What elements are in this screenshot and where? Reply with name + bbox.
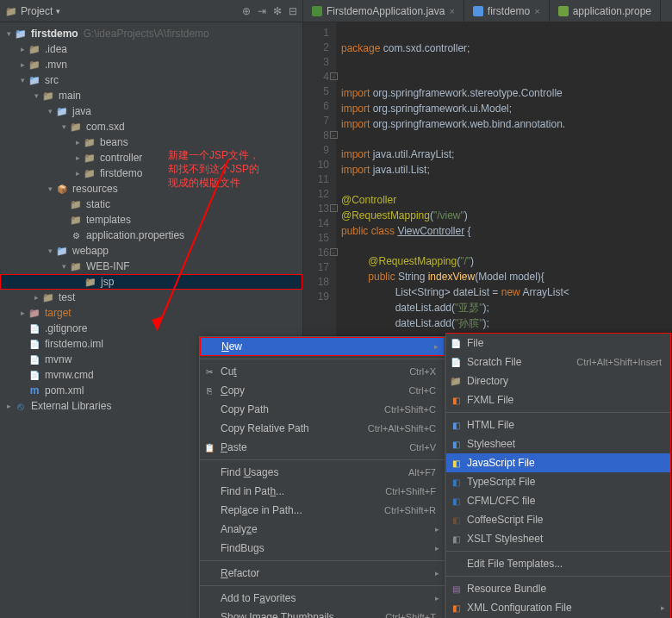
- markdown-icon: [473, 6, 483, 16]
- menu-resource-bundle[interactable]: ▤Resource Bundle: [446, 579, 670, 598]
- folder-icon: [69, 121, 83, 133]
- folder-icon: [55, 245, 69, 257]
- tree-item[interactable]: ▸📄.gitignore: [0, 321, 302, 336]
- tree-item[interactable]: ▾com.sxd: [0, 119, 302, 134]
- folder-icon: [41, 90, 55, 102]
- menu-html-file[interactable]: ◧HTML File: [446, 415, 670, 434]
- menu-typescript-file[interactable]: ◧TypeScript File: [446, 472, 670, 491]
- item-label: firstdemo.iml: [45, 338, 103, 350]
- folder-icon: [83, 136, 96, 148]
- copy-icon: ⎘: [203, 384, 215, 396]
- tree-item-jsp[interactable]: ▸jsp: [0, 274, 302, 290]
- folder-icon: [69, 260, 83, 272]
- close-icon[interactable]: ×: [449, 6, 454, 16]
- item-label: target: [45, 307, 72, 319]
- tree-item[interactable]: ▾java: [0, 103, 302, 119]
- tree-item[interactable]: ▸static: [0, 197, 302, 212]
- close-icon[interactable]: ×: [534, 6, 539, 16]
- gear-icon[interactable]: ✻: [273, 5, 282, 17]
- tree-item[interactable]: ▾📦resources: [0, 181, 302, 197]
- menu-scratch-file[interactable]: 📄Scratch FileCtrl+Alt+Shift+Insert: [446, 353, 670, 371]
- fold-icon[interactable]: -: [330, 248, 338, 256]
- fold-icon[interactable]: -: [330, 72, 338, 80]
- target-icon[interactable]: ⊕: [242, 5, 251, 17]
- menu-copy-relative-path[interactable]: Copy Relative PathCtrl+Alt+Shift+C: [200, 419, 445, 438]
- tree-item[interactable]: ▸firstdemo: [0, 165, 302, 181]
- tree-item[interactable]: ▸target: [0, 305, 302, 321]
- ts-icon: ◧: [450, 476, 462, 488]
- tree-item[interactable]: ▸.idea: [0, 41, 302, 57]
- tree-item[interactable]: ▸.mvn: [0, 57, 302, 72]
- tab-app-properties[interactable]: application.prope: [550, 0, 661, 22]
- editor-tabs: FirstdemoApplication.java× firstdemo× ap…: [303, 0, 672, 22]
- folder-icon: [28, 74, 41, 86]
- menu-find-in-path[interactable]: Find in Path...Ctrl+Shift+F: [200, 482, 445, 501]
- menu-xml-config[interactable]: ◧XML Configuration File▸: [446, 598, 670, 617]
- item-label: static: [86, 198, 110, 210]
- tree-item[interactable]: ▾main: [0, 88, 302, 103]
- menu-xslt-stylesheet[interactable]: ◧XSLT Stylesheet: [446, 529, 670, 548]
- file-icon: 📄: [450, 356, 462, 368]
- tab-label: FirstdemoApplication.java: [327, 5, 445, 17]
- menu-refactor[interactable]: Refactor▸: [200, 564, 445, 583]
- bundle-icon: ▤: [450, 583, 462, 595]
- menu-cut[interactable]: ✂CutCtrl+X: [200, 362, 445, 381]
- item-label: application.properties: [86, 229, 184, 241]
- item-label: resources: [72, 183, 118, 195]
- menu-coffeescript-file[interactable]: ◧CoffeeScript File: [446, 510, 670, 529]
- fold-icon[interactable]: -: [330, 131, 338, 139]
- menu-add-favorites[interactable]: Add to Favorites▸: [200, 589, 445, 608]
- menu-copy[interactable]: ⎘CopyCtrl+C: [200, 381, 445, 400]
- menu-paste[interactable]: 📋PasteCtrl+V: [200, 438, 445, 457]
- fold-icon[interactable]: -: [330, 204, 338, 212]
- folder-icon: [28, 43, 41, 55]
- item-label: External Libraries: [31, 400, 111, 412]
- tab-firstdemo-app[interactable]: FirstdemoApplication.java×: [303, 0, 464, 22]
- menu-find-usages[interactable]: Find UsagesAlt+F7: [200, 463, 445, 482]
- item-label: com.sxd: [86, 121, 125, 133]
- menu-javascript-file[interactable]: ◧JavaScript File: [446, 453, 670, 472]
- menu-directory[interactable]: Directory: [446, 371, 670, 390]
- item-label: controller: [100, 152, 142, 164]
- tab-label: application.prope: [573, 5, 651, 17]
- folder-icon: [84, 276, 97, 288]
- menu-fxml-file[interactable]: ◧FXML File: [446, 390, 670, 409]
- tree-item[interactable]: ▾webapp: [0, 243, 302, 259]
- tree-item[interactable]: ▸templates: [0, 212, 302, 228]
- tree-item[interactable]: ▸⚙application.properties: [0, 228, 302, 243]
- tab-label: firstdemo: [488, 5, 530, 17]
- folder-icon: [450, 375, 462, 387]
- menu-stylesheet[interactable]: ◧Stylesheet: [446, 434, 670, 453]
- folder-icon: [41, 291, 55, 303]
- tab-firstdemo-md[interactable]: firstdemo×: [464, 0, 550, 22]
- file-icon: 📄: [28, 322, 41, 334]
- collapse-icon[interactable]: ⇥: [258, 5, 266, 17]
- sidebar-title[interactable]: Project ▾: [5, 5, 60, 17]
- tree-item[interactable]: ▸test: [0, 290, 302, 305]
- tree-item[interactable]: ▸beans: [0, 134, 302, 150]
- item-label: .idea: [45, 43, 67, 55]
- item-label: webapp: [72, 245, 109, 257]
- tree-item[interactable]: ▾src: [0, 72, 302, 88]
- file-icon: 📄: [28, 369, 41, 381]
- menu-cfml-file[interactable]: ◧CFML/CFC file: [446, 491, 670, 510]
- xml-icon: ◧: [450, 602, 462, 614]
- item-label: test: [59, 291, 75, 303]
- tree-item[interactable]: ▸controller: [0, 150, 302, 165]
- menu-replace-in-path[interactable]: Replace in Path...Ctrl+Shift+R: [200, 501, 445, 520]
- menu-new-file[interactable]: 📄File: [446, 334, 670, 353]
- file-icon: 📄: [28, 338, 41, 350]
- menu-edit-templates[interactable]: Edit File Templates...: [446, 554, 670, 573]
- item-label: templates: [86, 214, 131, 226]
- folder-icon: [5, 5, 17, 17]
- tree-root[interactable]: ▾firstdemoG:\ideaProjects\A\firstdemo: [0, 26, 302, 41]
- hide-icon[interactable]: ⊟: [289, 5, 297, 17]
- file-icon: 📄: [28, 353, 41, 365]
- menu-copy-path[interactable]: Copy PathCtrl+Shift+C: [200, 400, 445, 419]
- item-label: main: [59, 90, 81, 102]
- menu-show-thumbnails[interactable]: Show Image ThumbnailsCtrl+Shift+T: [200, 608, 445, 618]
- tree-item[interactable]: ▾WEB-INF: [0, 259, 302, 274]
- menu-new[interactable]: New▸: [200, 337, 445, 356]
- menu-analyze[interactable]: Analyze▸: [200, 520, 445, 539]
- menu-findbugs[interactable]: FindBugs▸: [200, 539, 445, 558]
